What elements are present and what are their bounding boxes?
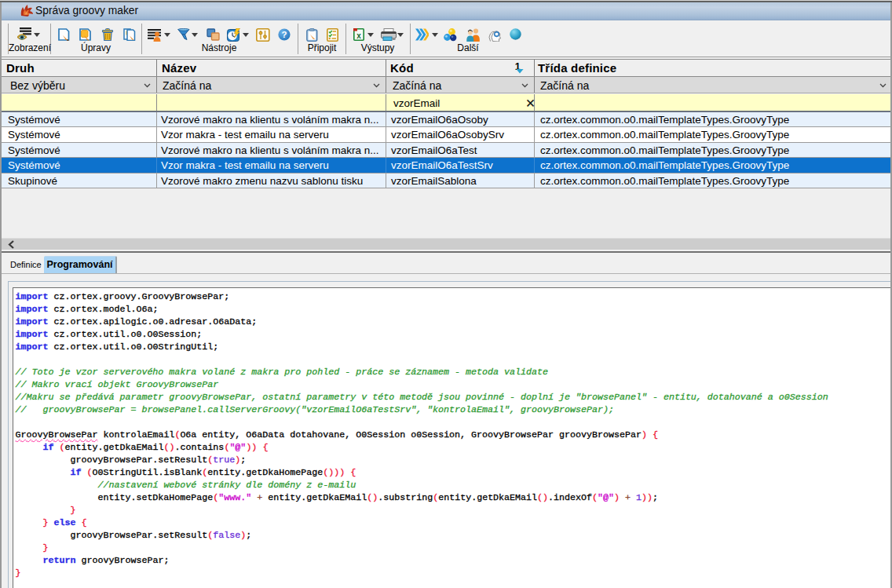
svg-text:?: ? bbox=[281, 30, 287, 39]
svg-text:x: x bbox=[356, 31, 361, 40]
